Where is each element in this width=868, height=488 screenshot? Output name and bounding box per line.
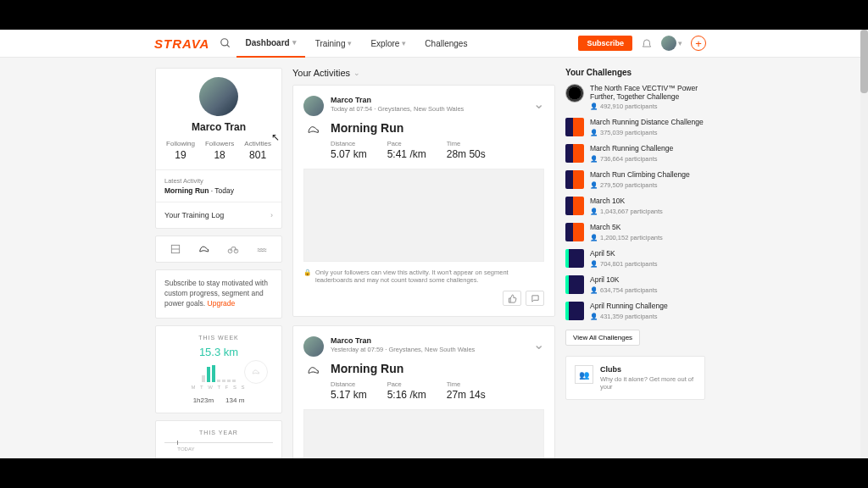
profile-stats: Following19 Followers18 Activities801 [156,140,281,169]
chevron-down-icon[interactable]: ⌄ [533,336,544,357]
challenges-list: The North Face VECTIV™ Power Further, To… [565,84,705,320]
bar [227,380,231,382]
strava-logo[interactable]: STRAVA [154,36,209,51]
view-all-challenges-button[interactable]: View All Challenges [565,330,640,346]
activity-map[interactable] [303,169,544,262]
people-icon: 👤 [590,208,598,215]
privacy-note-text: Only your followers can view this activi… [315,269,544,284]
chevron-down-icon: ▾ [292,38,297,47]
user-menu[interactable]: ▾ [661,36,682,51]
chevron-down-icon: ▾ [678,39,682,47]
training-log-link[interactable]: Your Training Log › [156,202,281,228]
challenge-badge [565,84,584,103]
scrollbar-thumb[interactable] [860,30,868,93]
shoe-icon [244,360,268,384]
activity-map[interactable] [303,409,544,458]
latest-activity[interactable]: Latest Activity Morning Run · Today [156,169,281,202]
activity-card: Marco Tran Today at 07:54 · Greystanes, … [292,85,555,317]
chevron-down-icon: ⌄ [353,69,360,77]
metric-distance: Distance5.17 km [331,380,367,401]
challenge-badge [565,249,584,268]
challenge-item[interactable]: The North Face VECTIV™ Power Further, To… [565,84,705,110]
challenge-item[interactable]: March 10K 👤1,043,667 participants [565,197,705,215]
feed-heading[interactable]: Your Activities ⌄ [292,68,555,78]
challenge-name: April 5K [590,249,705,258]
nav-dashboard[interactable]: Dashboard▾ [236,30,304,58]
week-time: 1h23m [193,396,214,404]
nav-explore[interactable]: Explore▾ [362,30,415,58]
challenge-item[interactable]: March Running Challenge 👤736,664 partici… [565,144,705,163]
challenge-participants: 👤704,801 participants [590,260,705,268]
stat-label: Followers [205,140,234,147]
upload-button[interactable]: + [691,36,706,51]
people-icon: 👤 [590,260,598,268]
year-progress [164,442,273,443]
clubs-sub: Why do it alone? Get more out of your [600,375,696,391]
challenge-item[interactable]: March Run Climbing Challenge 👤279,509 pa… [565,170,705,189]
metric-pace: Pace5:41 /km [387,140,426,160]
nav-training[interactable]: Training▾ [307,30,361,58]
stat-value: 801 [244,149,271,161]
people-icon: 👤 [590,286,598,294]
kudos-button[interactable] [503,291,521,306]
challenge-badge [565,170,584,189]
activity-title[interactable]: Morning Run [331,362,544,375]
tab-swim-icon[interactable] [255,243,269,255]
chevron-right-icon: › [270,211,273,219]
nav-challenges-label: Challenges [425,39,467,48]
bar [222,380,225,382]
chevron-down-icon: ▾ [348,39,352,47]
week-distance: 15.3 km [164,346,273,358]
challenge-badge [565,223,584,241]
challenge-name: April 10K [590,275,705,284]
tab-run-icon[interactable] [198,243,211,255]
metric-distance: Distance5.07 km [331,140,367,160]
activity-datetime: Today at 07:54 · Greystanes, New South W… [331,105,526,113]
people-icon: 👤 [590,103,598,110]
bar [217,380,220,382]
avatar[interactable] [303,336,324,357]
challenge-participants: 👤492,910 participants [590,103,705,110]
challenge-participants: 👤1,200,152 participants [590,234,705,241]
avatar[interactable] [303,96,324,116]
metric-time: Time28m 50s [447,140,486,160]
challenge-item[interactable]: April 10K 👤634,754 participants [565,275,705,294]
activity-author[interactable]: Marco Tran [331,336,526,345]
bar [212,365,215,382]
tab-ride-icon[interactable] [226,243,240,255]
nav-challenges[interactable]: Challenges [416,30,476,58]
training-log-label: Your Training Log [164,211,224,219]
challenge-badge [565,197,584,215]
feed-heading-label: Your Activities [292,68,350,78]
challenge-badge [565,275,584,294]
upgrade-promo: Subscribe to stay motivated with custom … [155,269,282,319]
stat-following[interactable]: Following19 [166,140,195,161]
challenge-item[interactable]: April Running Challenge 👤431,359 partici… [565,302,705,320]
stat-activities[interactable]: Activities801 [244,140,271,161]
stat-followers[interactable]: Followers18 [205,140,234,161]
challenge-item[interactable]: March 5K 👤1,200,152 participants [565,223,705,241]
subscribe-button[interactable]: Subscribe [578,36,632,51]
week-summary: 1h23m 134 m [164,396,273,404]
comment-button[interactable] [526,291,544,306]
people-icon: 👤 [590,155,598,163]
challenge-participants: 👤1,043,667 participants [590,208,705,215]
stat-value: 18 [205,149,234,161]
metric-pace: Pace5:16 /km [387,380,426,401]
challenge-name: March Running Challenge [590,144,705,152]
main-nav: Dashboard▾ Training▾ Explore▾ Challenges [236,30,476,58]
profile-name[interactable]: Marco Tran [156,121,281,133]
challenge-item[interactable]: March Running Distance Challenge 👤375,03… [565,118,705,136]
people-icon: 👤 [590,129,598,136]
upgrade-link[interactable]: Upgrade [208,299,236,308]
chevron-down-icon[interactable]: ⌄ [533,96,544,116]
activity-title[interactable]: Morning Run [331,121,544,135]
year-today-label: TODAY [177,446,273,452]
challenge-item[interactable]: April 5K 👤704,801 participants [565,249,705,268]
tab-all-icon[interactable] [169,243,182,255]
activity-author[interactable]: Marco Tran [331,96,526,104]
search-icon[interactable] [220,37,231,49]
avatar[interactable] [199,77,238,116]
scrollbar[interactable] [860,30,868,458]
notifications-icon[interactable] [641,37,653,49]
